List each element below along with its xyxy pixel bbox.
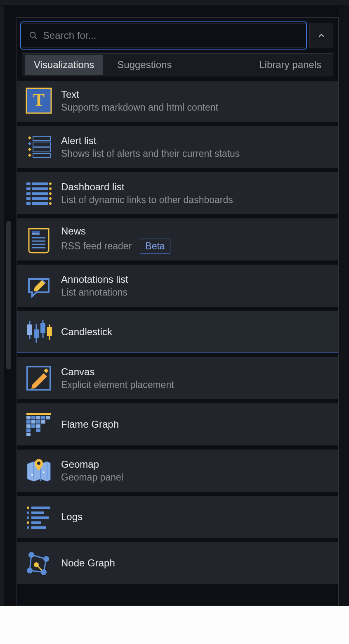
svg-rect-48 (41, 420, 45, 424)
svg-rect-5 (33, 142, 50, 146)
svg-point-0 (30, 32, 35, 38)
list-item-annotations[interactable]: Annotations list List annotations (17, 265, 338, 307)
svg-rect-14 (26, 192, 31, 195)
svg-rect-45 (26, 420, 31, 424)
svg-rect-47 (36, 420, 40, 424)
item-desc: List of dynamic links to other dashboard… (61, 194, 331, 206)
svg-rect-39 (26, 413, 51, 415)
svg-rect-62 (31, 507, 50, 509)
canvas-icon (24, 363, 54, 393)
list-item-flame[interactable]: Flame Graph (17, 403, 338, 445)
svg-point-61 (27, 507, 29, 509)
item-desc: Geomap panel (61, 472, 331, 483)
svg-rect-15 (32, 192, 48, 195)
svg-rect-38 (44, 368, 48, 373)
svg-rect-36 (47, 327, 52, 336)
svg-rect-41 (31, 416, 35, 419)
svg-rect-8 (26, 182, 31, 185)
tab-library-panels[interactable]: Library panels (250, 55, 330, 75)
svg-rect-12 (32, 187, 48, 190)
svg-rect-32 (34, 329, 39, 338)
list-item-dashboard[interactable]: Dashboard list List of dynamic links to … (17, 172, 338, 214)
item-desc: Shows list of alerts and their current s… (61, 148, 331, 159)
svg-rect-54 (26, 433, 31, 436)
svg-rect-20 (26, 202, 31, 205)
item-title: Text (61, 89, 331, 100)
svg-point-60 (37, 462, 40, 465)
list-item-geomap[interactable]: Geomap Geomap panel (17, 450, 338, 492)
svg-rect-44 (46, 416, 50, 419)
svg-rect-52 (26, 429, 31, 432)
svg-rect-66 (31, 516, 49, 519)
svg-rect-51 (36, 424, 40, 428)
item-desc: RSS feed reader (61, 241, 132, 252)
svg-rect-30 (27, 324, 32, 335)
visualization-picker-panel: Visualizations Suggestions Library panel… (17, 17, 339, 606)
top-window-bar (0, 0, 349, 6)
item-title: Dashboard list (61, 181, 331, 193)
svg-text:T: T (33, 90, 45, 109)
svg-point-63 (27, 511, 29, 514)
svg-point-13 (49, 187, 52, 190)
alert-list-icon (24, 132, 54, 162)
svg-rect-46 (31, 420, 35, 424)
list-item-logs[interactable]: Logs (17, 496, 338, 538)
item-title: Geomap (61, 459, 331, 470)
scrollbar-thumb[interactable] (6, 221, 11, 369)
item-title: Canvas (61, 366, 331, 378)
list-item-canvas[interactable]: Canvas Explicit element placement (17, 357, 338, 399)
list-item-alert[interactable]: Alert list Shows list of alerts and thei… (17, 126, 338, 168)
svg-point-10 (49, 182, 52, 185)
svg-rect-6 (33, 148, 50, 152)
visualization-list: T Text Supports markdown and html conten… (17, 81, 338, 609)
svg-point-78 (27, 568, 33, 573)
item-title: News (61, 225, 86, 237)
chevron-up-icon (317, 31, 326, 40)
page-footer-area (0, 606, 349, 644)
svg-point-67 (27, 521, 29, 524)
annotations-icon (24, 271, 54, 301)
item-title: Node Graph (61, 557, 331, 569)
svg-rect-7 (33, 154, 50, 158)
node-graph-icon (24, 548, 54, 578)
item-desc: List annotations (61, 287, 331, 298)
text-icon: T (24, 86, 54, 116)
svg-point-76 (28, 552, 34, 558)
svg-point-65 (27, 516, 29, 519)
tab-suggestions[interactable]: Suggestions (108, 55, 181, 75)
logs-icon (24, 502, 54, 532)
right-gutter (339, 6, 349, 606)
svg-point-79 (41, 569, 47, 575)
svg-rect-18 (32, 197, 48, 200)
svg-rect-50 (31, 424, 35, 428)
svg-rect-42 (36, 416, 40, 419)
item-title: Annotations list (61, 274, 331, 285)
svg-rect-17 (26, 197, 31, 200)
svg-rect-21 (32, 202, 48, 205)
search-input-container[interactable] (22, 23, 305, 48)
collapse-button[interactable] (309, 23, 333, 48)
geomap-icon (24, 456, 54, 485)
list-item-candlestick[interactable]: Candlestick (17, 311, 338, 353)
svg-point-69 (27, 526, 29, 529)
svg-point-59 (43, 471, 45, 473)
news-icon: news (24, 225, 54, 254)
search-icon (29, 31, 38, 40)
svg-point-80 (34, 562, 39, 567)
item-desc: Explicit element placement (61, 379, 331, 391)
search-input[interactable] (43, 30, 298, 41)
tabs-row: Visualizations Suggestions Library panel… (22, 53, 333, 76)
list-item-node[interactable]: Node Graph (17, 542, 338, 584)
svg-rect-4 (33, 136, 50, 140)
svg-point-58 (31, 474, 33, 476)
list-item-text[interactable]: T Text Supports markdown and html conten… (17, 81, 338, 122)
dashboard-list-icon (24, 178, 54, 208)
svg-point-16 (49, 192, 52, 195)
list-item-news[interactable]: news News RSS feed reader Beta (17, 218, 338, 260)
tab-visualizations[interactable]: Visualizations (25, 55, 103, 75)
search-row (17, 18, 338, 48)
svg-rect-40 (26, 416, 31, 419)
item-title: Alert list (61, 135, 331, 147)
beta-badge: Beta (140, 239, 170, 254)
svg-line-1 (35, 37, 37, 39)
